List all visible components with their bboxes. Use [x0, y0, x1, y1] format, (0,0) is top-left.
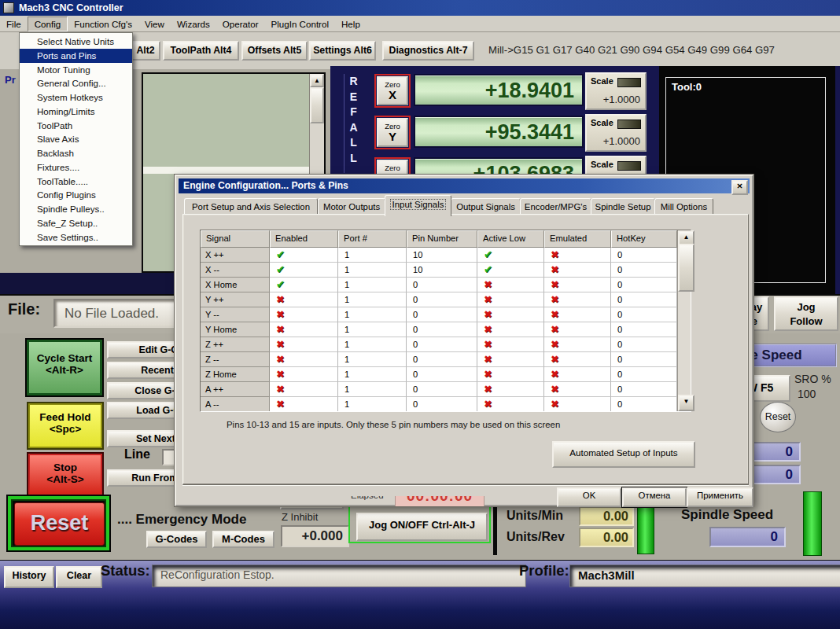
x-axis-dro[interactable]: +18.9401: [414, 74, 584, 106]
active-low-icon[interactable]: ✖: [477, 352, 544, 367]
hotkey-cell[interactable]: 0: [611, 322, 677, 337]
title-bar[interactable]: Mach3 CNC Controller: [0, 0, 840, 16]
clear-button[interactable]: Clear: [56, 566, 102, 588]
hotkey-cell[interactable]: 0: [611, 382, 677, 397]
menu-item-system-hotkeys[interactable]: System Hotkeys: [20, 90, 132, 105]
apply-button[interactable]: Применить: [687, 487, 753, 507]
zero-x-button[interactable]: ZeroX: [374, 74, 411, 108]
menu-item-safe-z-setup[interactable]: Safe_Z Setup..: [20, 216, 132, 230]
dialog-title-bar[interactable]: Engine Configuration... Ports & Pins: [179, 178, 750, 193]
emulated-icon[interactable]: ✖: [544, 337, 611, 352]
port-cell[interactable]: 1: [338, 278, 407, 292]
menu-config[interactable]: Config: [28, 17, 68, 31]
tab-motor-outputs[interactable]: Motor Outputs: [318, 198, 385, 215]
rpm-field[interactable]: 0: [746, 442, 801, 462]
tab-port-setup[interactable]: Port Setup and Axis Selection: [184, 198, 318, 215]
emulated-icon[interactable]: ✖: [544, 397, 611, 411]
active-low-icon[interactable]: ✖: [477, 337, 544, 352]
tab-program-run-fragment[interactable]: Pr: [5, 74, 16, 86]
units-min-value[interactable]: 0.00: [579, 506, 634, 526]
emulated-icon[interactable]: ✖: [544, 307, 611, 322]
history-button[interactable]: History: [4, 566, 54, 588]
spindle-bar[interactable]: [803, 491, 822, 556]
menu-function-cfgs[interactable]: Function Cfg's: [68, 17, 138, 31]
table-row[interactable]: X ++ ✔ 1 10 ✔ ✖ 0: [201, 248, 677, 263]
menu-file[interactable]: File: [0, 17, 28, 31]
automated-setup-button[interactable]: Automated Setup of Inputs: [552, 441, 695, 468]
port-cell[interactable]: 1: [338, 292, 407, 307]
emulated-icon[interactable]: ✖: [544, 278, 611, 292]
tab-output-signals[interactable]: Output Signals: [451, 198, 521, 215]
table-row[interactable]: X Home ✔ 1 0 ✖ ✖ 0: [201, 278, 677, 292]
hotkey-cell[interactable]: 0: [611, 292, 677, 307]
x-scale-box[interactable]: Scale +1.0000: [585, 72, 647, 110]
emulated-icon[interactable]: ✖: [544, 367, 611, 382]
port-cell[interactable]: 1: [338, 367, 407, 382]
menu-item-backlash[interactable]: Backlash: [20, 146, 132, 160]
hotkey-cell[interactable]: 0: [611, 248, 677, 263]
table-row[interactable]: X -- ✔ 1 10 ✔ ✖ 0: [201, 263, 677, 278]
menu-wizards[interactable]: Wizards: [171, 17, 216, 31]
s-ov-field[interactable]: 0: [746, 465, 801, 484]
feedrate-bar[interactable]: [637, 501, 654, 554]
tab-mill-options[interactable]: Mill Options: [654, 198, 713, 215]
active-low-icon[interactable]: ✔: [477, 248, 544, 263]
hotkey-cell[interactable]: 0: [611, 307, 677, 322]
pin-cell[interactable]: 0: [407, 352, 477, 367]
scrollbar-thumb[interactable]: [310, 87, 324, 123]
hotkey-cell[interactable]: 0: [611, 278, 677, 292]
stop-button[interactable]: Stop <Alt-S>: [28, 454, 102, 498]
emulated-icon[interactable]: ✖: [544, 292, 611, 307]
scrollbar-thumb[interactable]: [678, 244, 694, 292]
port-cell[interactable]: 1: [338, 322, 407, 337]
table-row[interactable]: Z Home ✖ 1 0 ✖ ✖ 0: [201, 367, 677, 382]
y-scale-box[interactable]: Scale +1.0000: [585, 114, 647, 152]
scroll-down-icon[interactable]: ▼: [678, 395, 694, 411]
active-low-icon[interactable]: ✖: [477, 278, 544, 292]
enabled-icon[interactable]: ✖: [270, 382, 338, 397]
emulated-icon[interactable]: ✖: [544, 322, 611, 337]
enabled-icon[interactable]: ✖: [270, 322, 338, 337]
enabled-icon[interactable]: ✔: [270, 278, 338, 292]
reset-button[interactable]: Reset: [14, 502, 105, 546]
scale-slider-icon[interactable]: [617, 161, 641, 171]
port-cell[interactable]: 1: [338, 382, 407, 397]
g-codes-button[interactable]: G-Codes: [146, 531, 207, 548]
scale-slider-icon[interactable]: [617, 120, 641, 129]
tab-input-signals[interactable]: Input Signals: [385, 195, 451, 216]
hotkey-cell[interactable]: 0: [611, 337, 677, 352]
zero-y-button[interactable]: ZeroY: [374, 116, 411, 149]
menu-item-toolpath[interactable]: ToolPath: [20, 119, 132, 133]
enabled-icon[interactable]: ✖: [270, 337, 338, 352]
hotkey-cell[interactable]: 0: [611, 352, 677, 367]
pin-cell[interactable]: 0: [407, 337, 477, 352]
enabled-icon[interactable]: ✔: [270, 263, 338, 278]
menu-view[interactable]: View: [138, 17, 171, 31]
hotkey-cell[interactable]: 0: [611, 367, 677, 382]
table-row[interactable]: A -- ✖ 1 0 ✖ ✖ 0: [201, 397, 677, 411]
ref-all-button[interactable]: R E F A L L: [344, 74, 363, 173]
feed-hold-button[interactable]: Feed Hold <Spc>: [28, 403, 102, 448]
pin-cell[interactable]: 0: [407, 367, 477, 382]
active-low-icon[interactable]: ✖: [477, 397, 544, 411]
menu-item-spindle-pulleys[interactable]: Spindle Pulleys..: [20, 202, 132, 216]
hotkey-cell[interactable]: 0: [611, 263, 677, 278]
y-axis-dro[interactable]: +95.3441: [414, 116, 584, 148]
emulated-icon[interactable]: ✖: [544, 263, 611, 278]
tab-toolpath[interactable]: ToolPath Alt4: [163, 41, 239, 61]
table-row[interactable]: A ++ ✖ 1 0 ✖ ✖ 0: [201, 382, 677, 397]
table-scrollbar[interactable]: ▲ ▼: [677, 230, 691, 411]
pin-cell[interactable]: 0: [407, 382, 477, 397]
emulated-icon[interactable]: ✖: [544, 382, 611, 397]
units-rev-value[interactable]: 0.00: [579, 528, 634, 547]
menu-item-config-plugins[interactable]: Config Plugins: [20, 188, 132, 202]
jog-follow-button[interactable]: Jog Follow: [774, 296, 838, 331]
emulated-icon[interactable]: ✖: [544, 248, 611, 263]
enabled-icon[interactable]: ✔: [270, 248, 338, 263]
enabled-icon[interactable]: ✖: [270, 367, 338, 382]
active-low-icon[interactable]: ✖: [477, 382, 544, 397]
table-row[interactable]: Z ++ ✖ 1 0 ✖ ✖ 0: [201, 337, 677, 352]
menu-item-slave-axis[interactable]: Slave Axis: [20, 132, 132, 146]
active-low-icon[interactable]: ✖: [477, 367, 544, 382]
port-cell[interactable]: 1: [338, 248, 407, 263]
